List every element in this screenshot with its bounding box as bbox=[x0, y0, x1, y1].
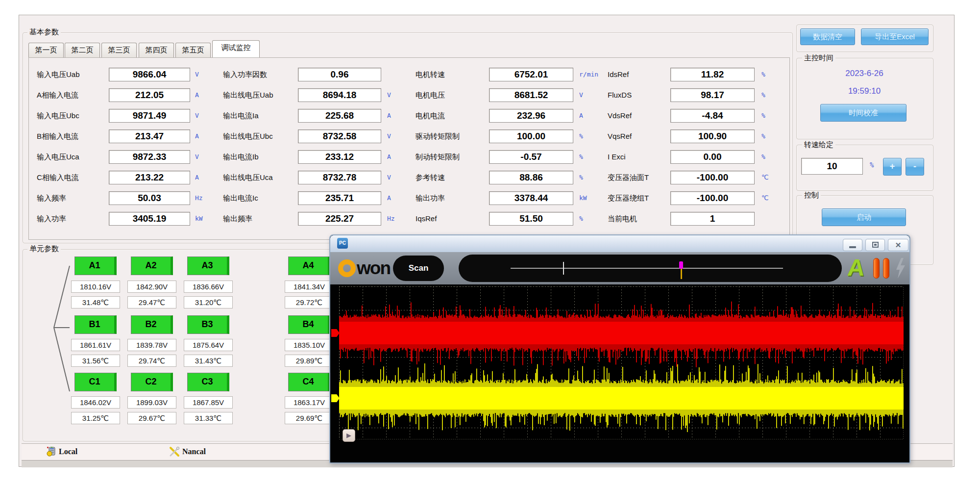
tab-debug-monitor[interactable]: 调试监控 bbox=[212, 40, 260, 57]
param-value-box[interactable]: -100.00 bbox=[670, 191, 755, 205]
unit-temp-box: 31.43℃ bbox=[184, 355, 233, 367]
unit-voltage-box: 1867.85V bbox=[184, 396, 233, 409]
unit-voltage-box: 1863.17V bbox=[285, 396, 334, 409]
param-value-box[interactable]: 100.90 bbox=[670, 129, 755, 143]
unit-cell-header[interactable]: C4 bbox=[288, 373, 330, 391]
unit-cell-header[interactable]: C1 bbox=[74, 373, 117, 391]
param-unit-label: V bbox=[387, 171, 391, 184]
unit-cell-header[interactable]: A2 bbox=[131, 256, 173, 275]
trigger-marker-icon[interactable] bbox=[679, 261, 683, 269]
param-value-box[interactable]: 0.96 bbox=[298, 68, 381, 81]
unit-cell-header[interactable]: A3 bbox=[187, 256, 229, 275]
param-value-box[interactable]: 225.68 bbox=[298, 109, 381, 123]
time-calibrate-button[interactable]: 时间校准 bbox=[820, 104, 906, 122]
tab-page-3[interactable]: 第三页 bbox=[101, 43, 137, 57]
param-value-box[interactable]: 8732.78 bbox=[298, 171, 381, 184]
unit-cell-header[interactable]: C2 bbox=[131, 373, 173, 391]
channel2-marker[interactable] bbox=[331, 394, 340, 402]
param-value-box[interactable]: -100.00 bbox=[670, 171, 755, 184]
unit-temp-box: 31.33℃ bbox=[184, 412, 233, 424]
param-value-box[interactable]: 8694.18 bbox=[298, 88, 381, 102]
channel1-marker[interactable] bbox=[331, 329, 340, 337]
clear-data-button[interactable]: 数据清空 bbox=[800, 28, 855, 45]
scope-canvas[interactable] bbox=[339, 286, 904, 439]
param-value-box[interactable]: 213.47 bbox=[109, 129, 190, 143]
trigger-flash-icon[interactable] bbox=[895, 258, 906, 280]
param-value-box[interactable]: 88.86 bbox=[489, 171, 573, 184]
param-value-box[interactable]: 1 bbox=[670, 212, 755, 226]
unit-cell-header[interactable]: B1 bbox=[74, 315, 117, 334]
param-unit-label: V bbox=[195, 109, 199, 123]
tab-page-2[interactable]: 第二页 bbox=[65, 43, 100, 57]
auto-mode-icon[interactable]: A bbox=[846, 253, 866, 282]
unit-cell-header[interactable]: C3 bbox=[187, 373, 229, 391]
param-value-box[interactable]: 233.12 bbox=[298, 150, 381, 164]
param-label: I Exci bbox=[608, 150, 626, 164]
param-value-box[interactable]: 3378.44 bbox=[489, 191, 573, 205]
trigger-track-line bbox=[511, 268, 783, 269]
param-value-box[interactable]: 225.27 bbox=[298, 212, 381, 226]
tab-page-5[interactable]: 第五页 bbox=[175, 43, 211, 57]
unit-voltage-box: 1875.64V bbox=[184, 339, 233, 351]
param-label: VdsRef bbox=[608, 109, 632, 123]
param-label: 输出电流Ic bbox=[223, 191, 258, 205]
param-unit-label: kW bbox=[195, 212, 203, 226]
speed-input[interactable]: 10 bbox=[801, 158, 863, 175]
param-value-box[interactable]: 9871.49 bbox=[109, 109, 190, 123]
param-value-box[interactable]: 9866.04 bbox=[109, 68, 190, 81]
close-button[interactable]: ✕ bbox=[888, 239, 908, 251]
unit-params-group-label: 单元参数 bbox=[27, 244, 61, 254]
param-value-box[interactable]: 9872.33 bbox=[109, 150, 190, 164]
speed-plus-button[interactable]: + bbox=[883, 158, 902, 176]
unit-voltage-box: 1841.34V bbox=[285, 281, 334, 293]
scope-titlebar[interactable]: PC ✕ bbox=[330, 235, 909, 252]
scope-window: PC ✕ won Scan A ▶ bbox=[329, 234, 910, 463]
unit-cell-header[interactable]: B4 bbox=[288, 315, 330, 334]
unit-cell-header[interactable]: B2 bbox=[131, 315, 173, 334]
param-value-box[interactable]: 213.22 bbox=[109, 171, 190, 184]
pause-icon[interactable] bbox=[873, 258, 880, 279]
param-value-box[interactable]: 11.82 bbox=[670, 68, 755, 81]
param-value-box[interactable]: 212.05 bbox=[109, 88, 190, 102]
trigger-position-bar[interactable] bbox=[459, 255, 842, 282]
local-status-label: Local bbox=[59, 447, 77, 456]
unit-temp-box: 29.74℃ bbox=[127, 355, 176, 367]
param-value-box[interactable]: 8732.58 bbox=[298, 129, 381, 143]
pause-icon[interactable] bbox=[883, 258, 889, 279]
play-icon: ▶ bbox=[346, 432, 351, 439]
unit-cell-header[interactable]: A4 bbox=[288, 256, 330, 275]
unit-cell-header[interactable]: B3 bbox=[187, 315, 229, 334]
param-label: FluxDS bbox=[608, 88, 632, 102]
param-value-box[interactable]: 98.17 bbox=[670, 88, 755, 102]
minimize-button[interactable] bbox=[843, 239, 862, 251]
restore-button[interactable] bbox=[865, 239, 885, 251]
export-excel-button[interactable]: 导出至Excel bbox=[861, 28, 929, 45]
param-value-box[interactable]: 51.50 bbox=[489, 212, 573, 226]
param-value-box[interactable]: 232.96 bbox=[489, 109, 573, 123]
play-button[interactable]: ▶ bbox=[343, 429, 355, 442]
speed-minus-button[interactable]: - bbox=[906, 158, 924, 176]
param-value-box[interactable]: 3405.19 bbox=[109, 212, 190, 226]
unit-voltage-box: 1842.90V bbox=[127, 281, 176, 293]
param-value-box[interactable]: 50.03 bbox=[109, 191, 190, 205]
local-server-icon bbox=[47, 447, 56, 457]
tab-page-1[interactable]: 第一页 bbox=[28, 43, 64, 57]
param-value-box[interactable]: -0.57 bbox=[489, 150, 573, 164]
param-value-box[interactable]: 0.00 bbox=[670, 150, 755, 164]
tab-page-4[interactable]: 第四页 bbox=[139, 43, 174, 57]
param-value-box[interactable]: -4.84 bbox=[670, 109, 755, 123]
param-unit-label: A bbox=[195, 171, 199, 184]
param-value-box[interactable]: 235.71 bbox=[298, 191, 381, 205]
param-unit-label: A bbox=[195, 129, 199, 143]
scan-mode-button[interactable]: Scan bbox=[393, 256, 444, 281]
param-label: VqsRef bbox=[608, 129, 632, 143]
param-value-box[interactable]: 6752.01 bbox=[489, 68, 573, 81]
param-value-box[interactable]: 8681.52 bbox=[489, 88, 573, 102]
unit-temp-box: 31.56℃ bbox=[71, 355, 120, 367]
param-unit-label: A bbox=[387, 150, 391, 164]
start-button[interactable]: 启动 bbox=[822, 208, 906, 226]
param-value-box[interactable]: 100.00 bbox=[489, 129, 573, 143]
unit-cell-header[interactable]: A1 bbox=[74, 256, 117, 275]
param-label: 输入频率 bbox=[37, 191, 66, 205]
unit-temp-box: 31.48℃ bbox=[71, 296, 120, 308]
